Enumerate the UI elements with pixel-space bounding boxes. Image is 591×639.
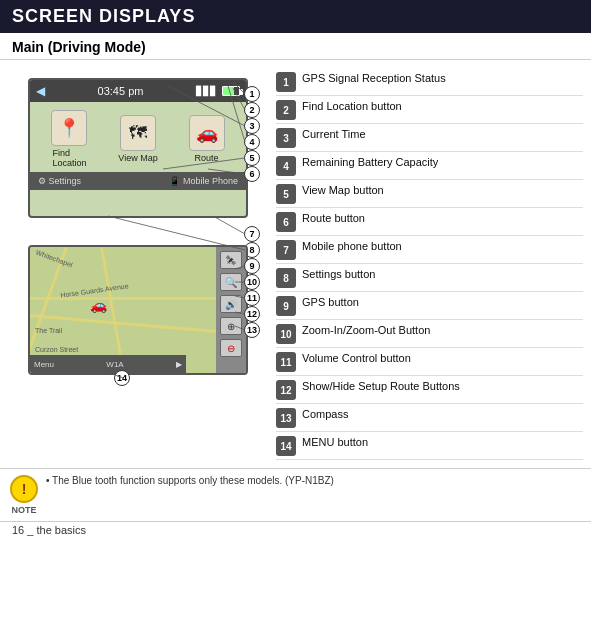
legend-item-3: 3 Current Time (276, 124, 583, 152)
legend-badge-4: 4 (276, 156, 296, 176)
map-menu-label: Menu (34, 360, 54, 369)
legend-item-12: 12 Show/Hide Setup Route Buttons (276, 376, 583, 404)
gps-btn: 🛰 (220, 251, 242, 269)
svg-line-6 (213, 216, 245, 234)
callout-3: 3 (244, 118, 260, 134)
legend-text-10: Zoom-In/Zoom-Out Button (302, 323, 430, 337)
legend-badge-7: 7 (276, 240, 296, 260)
find-location-btn-icon: 📍 FindLocation (51, 110, 87, 168)
note-icon: ! (10, 475, 38, 503)
callout-11: 11 (244, 290, 260, 306)
callout-1: 1 (244, 86, 260, 102)
legend-text-2: Find Location button (302, 99, 402, 113)
callout-9: 9 (244, 258, 260, 274)
zoom-btn: 🔍 (220, 273, 242, 291)
legend-badge-14: 14 (276, 436, 296, 456)
legend-text-1: GPS Signal Reception Status (302, 71, 446, 85)
legend-panel: 1 GPS Signal Reception Status 2 Find Loc… (268, 64, 583, 460)
legend-badge-5: 5 (276, 184, 296, 204)
legend-text-5: View Map button (302, 183, 384, 197)
settings-label: ⚙ Settings (38, 176, 81, 186)
legend-item-5: 5 View Map button (276, 180, 583, 208)
legend-item-14: 14 MENU button (276, 432, 583, 460)
legend-text-11: Volume Control button (302, 351, 411, 365)
view-map-btn-icon: 🗺 View Map (118, 115, 157, 163)
legend-item-8: 8 Settings button (276, 264, 583, 292)
setup-btn: ⊕ (220, 317, 242, 335)
legend-item-10: 10 Zoom-In/Zoom-Out Button (276, 320, 583, 348)
callout-14: 14 (114, 370, 130, 386)
legend-text-9: GPS button (302, 295, 359, 309)
legend-item-9: 9 GPS button (276, 292, 583, 320)
legend-text-7: Mobile phone button (302, 239, 402, 253)
page-footer: 16 _ the basics (0, 521, 591, 538)
callout-7: 7 (244, 226, 260, 242)
callout-10: 10 (244, 274, 260, 290)
callout-5: 5 (244, 150, 260, 166)
legend-text-4: Remaining Battery Capacity (302, 155, 438, 169)
note-section: ! NOTE • The Blue tooth function support… (0, 468, 591, 521)
legend-badge-8: 8 (276, 268, 296, 288)
legend-badge-2: 2 (276, 100, 296, 120)
legend-item-4: 4 Remaining Battery Capacity (276, 152, 583, 180)
mobile-phone-label: 📱 Mobile Phone (169, 176, 238, 186)
note-label: NOTE (11, 505, 36, 515)
legend-item-11: 11 Volume Control button (276, 348, 583, 376)
legend-badge-1: 1 (276, 72, 296, 92)
legend-text-14: MENU button (302, 435, 368, 449)
device-screen-top: ◀ 03:45 pm ▊▊▊ 📍 FindLocation 🗺 View Map… (28, 78, 248, 218)
legend-badge-3: 3 (276, 128, 296, 148)
callout-12: 12 (244, 306, 260, 322)
legend-badge-11: 11 (276, 352, 296, 372)
legend-item-6: 6 Route button (276, 208, 583, 236)
callout-6: 6 (244, 166, 260, 182)
legend-text-13: Compass (302, 407, 348, 421)
compass-btn: ⊖ (220, 339, 242, 357)
device-screen-map: 🚗 Whitechapel Horse Guards Avenue The Tr… (28, 245, 248, 375)
legend-badge-13: 13 (276, 408, 296, 428)
note-text: • The Blue tooth function supports only … (46, 475, 334, 486)
volume-btn: 🔊 (220, 295, 242, 313)
callout-4: 4 (244, 134, 260, 150)
page-title: SCREEN DISPLAYS (0, 0, 591, 33)
legend-item-7: 7 Mobile phone button (276, 236, 583, 264)
time-display: 03:45 pm (98, 85, 144, 97)
legend-badge-9: 9 (276, 296, 296, 316)
legend-badge-12: 12 (276, 380, 296, 400)
legend-item-13: 13 Compass (276, 404, 583, 432)
legend-text-8: Settings button (302, 267, 375, 281)
callout-2: 2 (244, 102, 260, 118)
route-btn-icon: 🚗 Route (189, 115, 225, 163)
map-location-label: W1A (106, 360, 123, 369)
section-title: Main (Driving Mode) (0, 33, 591, 60)
legend-item-1: 1 GPS Signal Reception Status (276, 68, 583, 96)
legend-text-3: Current Time (302, 127, 366, 141)
legend-item-2: 2 Find Location button (276, 96, 583, 124)
legend-badge-10: 10 (276, 324, 296, 344)
callout-13: 13 (244, 322, 260, 338)
legend-text-6: Route button (302, 211, 365, 225)
legend-text-12: Show/Hide Setup Route Buttons (302, 379, 460, 393)
legend-badge-6: 6 (276, 212, 296, 232)
